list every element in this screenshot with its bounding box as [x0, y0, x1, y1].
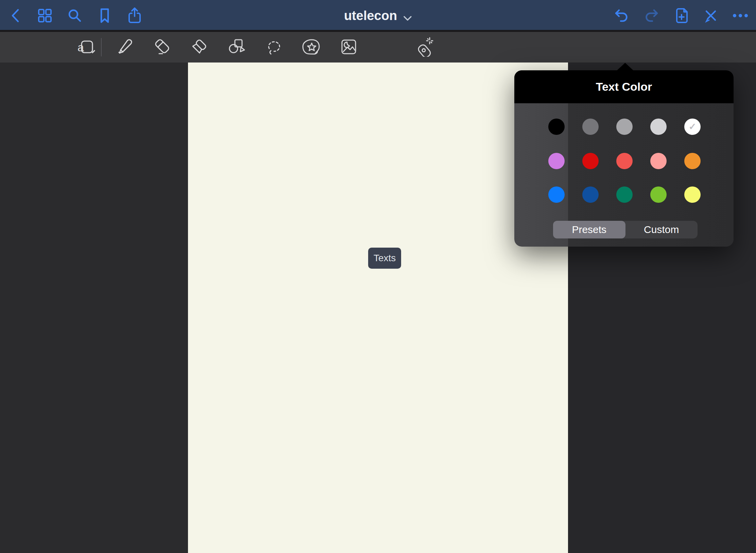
tab-presets[interactable]: Presets [553, 221, 625, 238]
image-icon [339, 37, 359, 58]
swatch-teal-green[interactable] [616, 186, 633, 203]
eraser-tool[interactable] [148, 32, 177, 63]
search-button[interactable] [63, 0, 87, 31]
redo-button[interactable] [640, 0, 664, 31]
redo-icon [643, 8, 660, 23]
highlighter-tool[interactable] [185, 32, 214, 63]
swatch-pink[interactable] [650, 153, 667, 169]
toolbar-divider [101, 38, 102, 56]
canvas-text-object[interactable]: Texts [368, 248, 401, 269]
text-color-popup: Text Color Presets Custom [514, 70, 734, 247]
highlighter-icon [190, 37, 209, 58]
image-tool[interactable] [334, 32, 363, 63]
swatch-red[interactable] [582, 153, 599, 169]
more-button[interactable] [728, 0, 752, 31]
swatch-yellow[interactable] [684, 186, 701, 203]
lasso-icon [264, 37, 284, 58]
add-page-icon [674, 7, 689, 24]
pen-icon [115, 37, 135, 58]
stickers-tool[interactable] [297, 32, 326, 63]
thumbnails-button[interactable] [33, 0, 57, 31]
stylus-cross-icon [703, 8, 719, 23]
svg-text:a: a [78, 41, 84, 54]
swatch-navy-blue[interactable] [582, 186, 599, 203]
swatch-green[interactable] [650, 186, 667, 203]
navigation-bar: utelecon [0, 0, 756, 31]
shapes-tool[interactable] [222, 32, 251, 63]
lasso-tool[interactable] [259, 32, 289, 63]
swatch-gray[interactable] [616, 119, 633, 135]
swatch-coral[interactable] [616, 153, 633, 169]
back-button[interactable] [4, 0, 28, 31]
tool-toolbar: a [0, 32, 756, 63]
swatch-dark-gray[interactable] [582, 119, 599, 135]
popup-title: Text Color [514, 70, 734, 103]
back-chevron-icon [9, 8, 23, 23]
swatch-grid [514, 119, 734, 211]
laser-pointer-tool[interactable] [410, 32, 439, 63]
swatch-blue[interactable] [548, 186, 565, 203]
page-thumbnails-icon [37, 8, 53, 23]
swatch-orange[interactable] [684, 153, 701, 169]
shapes-icon [227, 37, 246, 58]
scroll-mode-tool[interactable]: a [71, 32, 101, 63]
stickers-star-icon [302, 37, 322, 58]
search-icon [67, 8, 83, 23]
undo-icon [613, 8, 630, 23]
bookmark-button[interactable] [93, 0, 117, 31]
stylus-toggle-button[interactable] [699, 0, 723, 31]
scroll-mode-icon: a [76, 37, 96, 58]
share-button[interactable] [123, 0, 147, 31]
tab-custom[interactable]: Custom [625, 221, 698, 238]
pen-tool[interactable] [110, 32, 140, 63]
presets-custom-segmented-control: Presets Custom [553, 221, 698, 238]
swatch-white[interactable] [684, 119, 701, 135]
eraser-icon [152, 37, 172, 58]
undo-button[interactable] [609, 0, 633, 31]
swatch-light-gray[interactable] [650, 119, 667, 135]
more-ellipsis-icon [732, 13, 749, 18]
laser-pointer-icon [414, 37, 434, 58]
share-icon [127, 7, 142, 24]
bookmark-icon [97, 7, 112, 24]
popup-callout-arrow [616, 63, 634, 71]
title-chevron-down-icon [403, 10, 412, 24]
canvas-page[interactable]: Texts [188, 63, 568, 553]
swatch-purple[interactable] [548, 153, 565, 169]
swatch-black[interactable] [548, 119, 565, 135]
app-window: utelecon [0, 0, 756, 553]
document-title-label: utelecon [344, 8, 397, 23]
add-page-button[interactable] [670, 0, 693, 31]
